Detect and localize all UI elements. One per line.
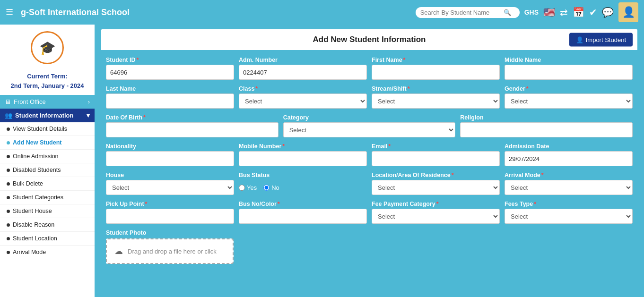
pickup-point-input[interactable] [106,209,234,224]
fees-type-select[interactable]: Select [505,209,633,224]
sidebar-item-student-categories[interactable]: Student Categories [0,191,95,204]
gender-group: Gender* Select [505,85,633,109]
sidebar-section-front-office[interactable]: 🖥 Front Office › [0,95,95,109]
class-group: Class* Select [239,85,367,109]
sidebar-item-label: Add New Student [13,139,61,146]
religion-input[interactable] [460,122,633,137]
search-bar: 🔍 [416,7,520,18]
last-name-group: Last Name [106,85,234,109]
class-select[interactable]: Select [239,93,367,109]
sidebar-item-student-location[interactable]: Student Location [0,232,95,246]
arrival-mode-label: Arrival Mode* [505,172,633,178]
bus-no-label[interactable]: No [263,184,279,191]
bus-no-input[interactable] [239,209,367,224]
search-icon: 🔍 [504,9,511,16]
email-input[interactable] [372,151,500,166]
menu-dot-icon [7,155,10,158]
house-group: House Select [106,172,234,195]
students-icon: 👥 [5,112,12,119]
last-name-input[interactable] [106,93,234,109]
sidebar-item-label: View Student Details [13,126,67,132]
adm-number-input[interactable] [239,65,367,80]
category-label: Category [283,114,456,121]
middle-name-input[interactable] [505,65,633,80]
dob-group: Date Of Birth* [106,114,278,137]
import-student-button[interactable]: 👤 Import Student [569,33,633,47]
menu-dot-icon [7,169,10,172]
first-name-label: First Name* [372,57,500,63]
bus-radio-row: Yes No [239,180,367,195]
drag-drop-label: Drag and drop a file here or click [128,248,217,255]
nationality-group: Nationality [106,143,234,166]
location-select[interactable]: Select [372,180,500,195]
stream-shift-select[interactable]: Select [372,93,500,109]
stream-shift-label: Stream/Shift* [372,85,500,92]
admission-date-input[interactable] [505,151,633,166]
calendar-icon[interactable]: 📅 [573,7,584,18]
import-icon: 👤 [576,36,583,43]
form-row-3: Date Of Birth* Category Select Religion [106,114,633,137]
bus-no-label: Bus No/Color* [239,201,367,207]
sidebar-item-label: Student Categories [13,194,63,201]
arrival-mode-select[interactable]: Select [505,180,633,195]
whatsapp-icon[interactable]: 💬 [602,7,614,18]
check-icon[interactable]: ✔ [589,7,597,18]
sidebar-item-student-house[interactable]: Student House [0,204,95,218]
fees-type-group: Fees Type* Select [505,201,633,224]
gender-select[interactable]: Select [505,93,633,109]
sidebar-logo: 🎓 [0,25,95,68]
bus-no-radio[interactable] [263,185,270,191]
adm-number-label: Adm. Number [239,57,367,63]
transfer-icon[interactable]: ⇄ [560,7,568,18]
sidebar-item-bulk-delete[interactable]: Bulk Delete [0,177,95,191]
sidebar-student-info[interactable]: 👥 Student Information ▾ [0,109,95,122]
bus-status-group: Bus Status Yes No [239,172,367,195]
menu-dot-icon [7,251,10,254]
search-input[interactable] [420,9,501,16]
form-body: Student ID* Adm. Number First Name* [101,50,637,271]
menu-dot-icon [7,182,10,186]
first-name-input[interactable] [372,65,500,80]
sidebar-item-view-student-details[interactable]: View Student Details [0,122,95,136]
category-select[interactable]: Select [283,122,456,137]
nationality-label: Nationality [106,143,234,150]
form-card: Add New Student Information 👤 Import Stu… [101,29,637,271]
fee-payment-select[interactable]: Select [372,209,500,224]
term-value: 2nd Term, January - 2024 [2,81,93,91]
admission-date-group: Admission Date [505,143,633,166]
student-id-input[interactable] [106,65,234,80]
sidebar-item-label: Disabled Students [13,167,61,173]
layout: 🎓 Current Term: 2nd Term, January - 2024… [0,25,644,297]
term-label: Current Term: [2,72,93,81]
house-select[interactable]: Select [106,180,234,195]
student-photo-label: Student Photo [106,229,633,236]
sidebar-item-disabled-students[interactable]: Disabled Students [0,163,95,177]
sidebar-item-disable-reason[interactable]: Disable Reason [0,218,95,232]
middle-name-group: Middle Name [505,57,633,80]
bus-yes-radio[interactable] [239,185,245,191]
sidebar-item-add-new-student[interactable]: Add New Student [0,136,95,150]
sidebar-item-online-admission[interactable]: Online Admission [0,150,95,163]
dob-input[interactable] [106,122,278,137]
sidebar-item-label: Disable Reason [13,221,54,228]
location-group: Location/Area Of Residence* Select [372,172,500,195]
hamburger-icon[interactable]: ☰ [6,7,13,17]
flag-icon: 🇺🇸 [543,7,555,18]
nationality-input[interactable] [106,151,234,166]
student-id-label: Student ID* [106,57,234,63]
mobile-input[interactable] [239,151,367,166]
fee-payment-label: Fee Payment Category* [372,201,500,207]
photo-drop-zone[interactable]: ☁ Drag and drop a file here or click [106,238,234,264]
monitor-icon: 🖥 [5,98,11,105]
app-title: g-Soft International School [21,8,411,17]
bus-yes-label[interactable]: Yes [239,184,257,191]
mobile-label: Mobile Number* [239,143,367,150]
category-group: Category Select [283,114,456,137]
sidebar-item-arrival-mode[interactable]: Arrival Mode [0,246,95,259]
ghs-label: GHS [524,8,539,16]
current-term: Current Term: 2nd Term, January - 2024 [0,68,95,95]
mobile-group: Mobile Number* [239,143,367,166]
menu-dot-icon [7,141,10,144]
avatar[interactable]: 👤 [618,2,638,22]
middle-name-label: Middle Name [505,57,633,63]
